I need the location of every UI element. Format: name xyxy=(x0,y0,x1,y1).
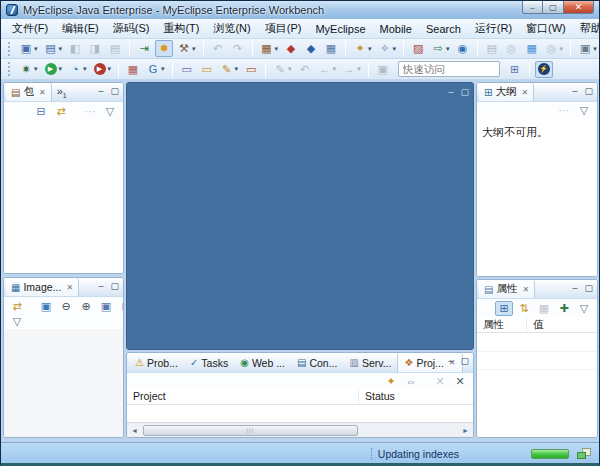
dropdown-arrow-icon[interactable]: ▾ xyxy=(593,45,597,53)
menu-item-window[interactable]: 窗口(W) xyxy=(519,19,573,38)
minimize-editor-button[interactable]: – xyxy=(448,87,453,97)
title-bar[interactable]: MyEclipse Java Enterprise - MyEclipse En… xyxy=(1,1,599,19)
view-menu-button[interactable]: ▽ xyxy=(575,103,593,118)
toolbar-grip[interactable] xyxy=(8,42,11,56)
close-tab-icon[interactable]: ✕ xyxy=(521,88,528,97)
grails-button[interactable]: G▾ xyxy=(144,61,167,78)
dropdown-arrow-icon[interactable]: ▾ xyxy=(393,45,397,53)
link-with-editor-button[interactable]: ⇄ xyxy=(8,299,26,314)
zoom-out-button[interactable]: ⊖ xyxy=(57,299,75,314)
close-tab-icon[interactable]: ✕ xyxy=(66,283,73,292)
maximize-view-button[interactable]: ▢ xyxy=(584,86,593,96)
close-button[interactable]: ✕ xyxy=(564,1,594,14)
hidden-views-chevron[interactable]: »1 xyxy=(57,85,67,99)
actual-size-button[interactable]: ▣ xyxy=(97,299,115,314)
menu-item-project[interactable]: 项目(P) xyxy=(258,19,309,38)
dropdown-arrow-icon[interactable]: ▾ xyxy=(235,65,239,73)
build-button[interactable]: ⚒▾ xyxy=(175,40,198,57)
maximize-editor-button[interactable]: ▢ xyxy=(460,87,469,97)
tab-image-preview[interactable]: ▦ Image... ✕ xyxy=(6,278,79,296)
coverage-button[interactable]: ▶▾ xyxy=(91,61,114,78)
new-interface-button[interactable]: ✧▾ xyxy=(376,40,399,57)
dropdown-arrow-icon[interactable]: ▾ xyxy=(161,65,165,73)
mark-occurrences-button[interactable]: ✎▾ xyxy=(218,61,241,78)
fit-window-button[interactable]: ⊡ xyxy=(117,299,124,314)
column-value[interactable]: 值 xyxy=(527,317,550,332)
dropdown-arrow-icon[interactable]: ▾ xyxy=(446,45,450,53)
minimize-view-button[interactable]: – xyxy=(98,86,103,96)
run-button[interactable]: ▶▾ xyxy=(42,61,65,78)
maximize-button[interactable]: ▢ xyxy=(543,1,564,14)
dropdown-arrow-icon[interactable]: ▾ xyxy=(34,45,38,53)
column-project[interactable]: Project xyxy=(127,389,359,404)
view-menu-button[interactable]: ▽ xyxy=(101,104,119,119)
tree-mode-button[interactable]: ⊞ xyxy=(495,301,513,316)
menu-item-source[interactable]: 源码(S) xyxy=(106,19,157,38)
tab-properties[interactable]: ▤ 属性 ✕ xyxy=(479,280,535,298)
minimize-view-button[interactable]: – xyxy=(572,86,577,96)
red-cube-button[interactable]: ◆ xyxy=(282,40,300,57)
minimize-view-button[interactable]: – xyxy=(98,281,103,291)
tab-outline[interactable]: ⊞ 大纲 ✕ xyxy=(479,83,534,101)
web-browser-button[interactable]: ◉ xyxy=(454,40,472,57)
dropdown-arrow-icon[interactable]: ▾ xyxy=(275,45,279,53)
pin-button[interactable]: ✚ xyxy=(555,301,573,316)
menu-item-navigate[interactable]: 浏览(N) xyxy=(206,19,257,38)
link-button[interactable]: ✦ xyxy=(382,374,400,389)
deploy-button[interactable]: ⇨▾ xyxy=(429,40,452,57)
scroll-left-icon[interactable]: ◄ xyxy=(127,427,142,434)
column-property[interactable]: 属性 xyxy=(477,317,527,332)
link-with-editor-button[interactable]: ⇄ xyxy=(52,104,70,119)
tab-problems[interactable]: ⚠Prob... xyxy=(129,353,184,372)
dropdown-arrow-icon[interactable]: ▾ xyxy=(192,45,196,53)
dropdown-arrow-icon[interactable]: ▾ xyxy=(560,45,564,53)
maximize-view-button[interactable]: ▢ xyxy=(584,283,593,293)
profile-button[interactable]: ◔▾ xyxy=(66,61,89,78)
zoom-in-button[interactable]: ⊕ xyxy=(77,299,95,314)
dropdown-arrow-icon[interactable]: ▾ xyxy=(59,65,63,73)
bean-folder-button[interactable]: ▭ xyxy=(242,61,260,78)
menu-item-refactor[interactable]: 重构(T) xyxy=(156,19,206,38)
tab-tasks[interactable]: ✓Tasks xyxy=(184,353,234,372)
capture-button[interactable]: ▣▾ xyxy=(576,40,599,57)
dropdown-arrow-icon[interactable]: ▾ xyxy=(83,65,87,73)
remove-all-button[interactable]: ✕ xyxy=(451,374,469,389)
close-tab-icon[interactable]: ✕ xyxy=(39,88,46,97)
column-status[interactable]: Status xyxy=(359,389,401,404)
view-menu-button[interactable]: ▽ xyxy=(8,313,26,330)
new-web-wizard-button[interactable]: ▤▾ xyxy=(42,40,65,57)
menu-item-myeclipse[interactable]: MyEclipse xyxy=(308,21,372,37)
debug-button[interactable]: ✷▾ xyxy=(17,61,40,78)
new-class-button[interactable]: ✦▾ xyxy=(351,40,374,57)
new-jsp-button[interactable]: ▨ xyxy=(409,40,427,57)
menu-item-search[interactable]: Search xyxy=(419,21,468,37)
open-folder-button[interactable]: ▭ xyxy=(178,61,196,78)
open-perspective-button[interactable]: ⊞ xyxy=(506,61,524,78)
menu-item-run[interactable]: 运行(R) xyxy=(468,19,519,38)
tips-button[interactable]: ✹ xyxy=(155,40,173,57)
minimize-button[interactable]: – xyxy=(522,1,543,14)
minimize-view-button[interactable]: – xyxy=(572,283,577,293)
menu-item-edit[interactable]: 编辑(E) xyxy=(55,19,106,38)
dropdown-arrow-icon[interactable]: ▾ xyxy=(368,45,372,53)
menu-item-mobile[interactable]: Mobile xyxy=(373,21,419,37)
dropdown-arrow-icon[interactable]: ▾ xyxy=(108,65,112,73)
new-web-project-button[interactable]: ▦ xyxy=(124,61,142,78)
new-table-button[interactable]: ▦ xyxy=(322,40,340,57)
tab-package-explorer[interactable]: ▤ 包 ✕ xyxy=(6,83,52,101)
collapse-all-button[interactable]: ⊟ xyxy=(32,104,50,119)
tab-servers[interactable]: ▥Serv... xyxy=(343,353,397,372)
view-menu-button[interactable]: ▽ xyxy=(575,301,593,316)
sort-button[interactable]: ⇅ xyxy=(515,301,533,316)
menu-item-help[interactable]: 帮助(H) xyxy=(573,19,600,38)
export-war-button[interactable]: ⇥ xyxy=(135,40,153,57)
quick-access-input[interactable] xyxy=(398,61,500,77)
dropdown-arrow-icon[interactable]: ▾ xyxy=(59,45,63,53)
myeclipse-perspective-button[interactable]: ⚡ xyxy=(535,61,553,78)
dropdown-arrow-icon[interactable]: ▾ xyxy=(34,65,38,73)
tab-web-browser[interactable]: ◉Web ... xyxy=(234,353,291,372)
maximize-view-button[interactable]: ▢ xyxy=(110,86,119,96)
dropdown-arrow-icon[interactable]: ▾ xyxy=(333,65,337,73)
new-wizard-button[interactable]: ▣▾ xyxy=(17,40,40,57)
switch-deployment-button[interactable]: ⇔ xyxy=(402,374,420,389)
